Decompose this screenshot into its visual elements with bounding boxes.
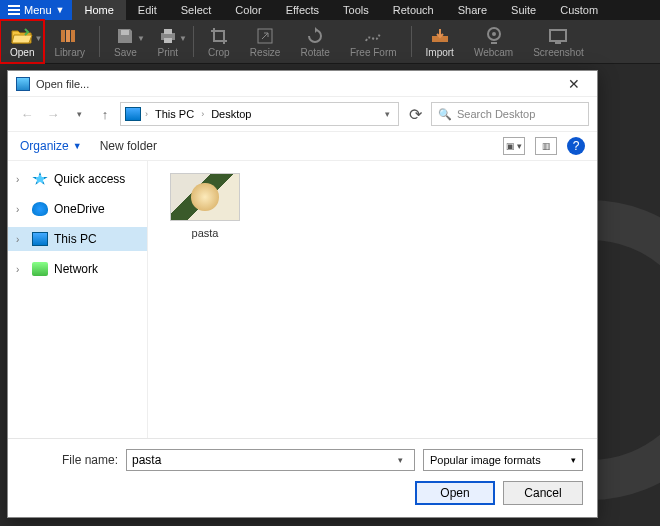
breadcrumb-thispc[interactable]: This PC <box>152 108 197 120</box>
nav-forward[interactable]: → <box>42 103 64 125</box>
ribbon-save[interactable]: Save ▼ <box>104 20 147 63</box>
cloud-icon <box>32 202 48 216</box>
filename-dropdown[interactable]: ▾ <box>391 455 409 465</box>
address-bar[interactable]: › This PC › Desktop ▾ <box>120 102 399 126</box>
library-icon <box>59 26 81 46</box>
file-item-pasta[interactable]: pasta <box>166 173 244 239</box>
open-button[interactable]: Open <box>415 481 495 505</box>
file-type-filter[interactable]: Popular image formats ▾ <box>423 449 583 471</box>
svg-rect-6 <box>164 38 172 43</box>
app-icon <box>16 77 30 91</box>
tab-home[interactable]: Home <box>72 0 125 20</box>
expand-icon[interactable]: › <box>16 204 26 215</box>
svg-rect-11 <box>550 30 566 41</box>
chevron-down-icon: ▼ <box>137 34 145 43</box>
chevron-right-icon: › <box>201 109 204 119</box>
organize-menu[interactable]: Organize ▼ <box>20 139 82 153</box>
nav-row: ← → ▾ ↑ › This PC › Desktop ▾ ⟳ 🔍 Search… <box>8 97 597 131</box>
ribbon-webcam[interactable]: Webcam <box>464 20 523 63</box>
close-button[interactable]: ✕ <box>559 76 589 92</box>
network-icon <box>32 262 48 276</box>
svg-point-10 <box>492 32 496 36</box>
print-icon <box>157 26 179 46</box>
svg-rect-5 <box>164 29 172 34</box>
file-label: pasta <box>192 227 219 239</box>
filename-input[interactable]: ▾ <box>126 449 415 471</box>
open-file-dialog: Open file... ✕ ← → ▾ ↑ › This PC › Deskt… <box>7 70 598 518</box>
filename-field[interactable] <box>132 453 391 467</box>
search-placeholder: Search Desktop <box>457 108 535 120</box>
chevron-down-icon: ▼ <box>35 34 43 43</box>
crop-icon <box>208 26 230 46</box>
ribbon-freeform[interactable]: Free Form <box>340 20 407 63</box>
tab-custom[interactable]: Custom <box>548 0 610 20</box>
ribbon-resize[interactable]: Resize <box>240 20 291 63</box>
tree-network[interactable]: › Network <box>8 257 147 281</box>
dialog-toolbar: Organize ▼ New folder ▣ ▾ ▥ ? <box>8 131 597 161</box>
chevron-down-icon: ▾ <box>571 455 576 465</box>
chevron-down-icon: ▼ <box>179 34 187 43</box>
svg-rect-1 <box>66 30 70 42</box>
help-button[interactable]: ? <box>567 137 585 155</box>
app-menubar: Menu ▼ Home Edit Select Color Effects To… <box>0 0 660 20</box>
ribbon-import[interactable]: Import <box>416 20 464 63</box>
new-folder-button[interactable]: New folder <box>100 139 157 153</box>
separator <box>193 26 194 57</box>
webcam-icon <box>483 26 505 46</box>
resize-icon <box>254 26 276 46</box>
ribbon-rotate[interactable]: Rotate <box>290 20 339 63</box>
expand-icon[interactable]: › <box>16 174 26 185</box>
ribbon-crop[interactable]: Crop <box>198 20 240 63</box>
ribbon-open[interactable]: Open ▼ <box>0 20 44 63</box>
search-input[interactable]: 🔍 Search Desktop <box>431 102 589 126</box>
separator <box>99 26 100 57</box>
tab-effects[interactable]: Effects <box>274 0 331 20</box>
nav-recent[interactable]: ▾ <box>68 103 90 125</box>
address-dropdown[interactable]: ▾ <box>381 109 394 119</box>
view-mode-button[interactable]: ▣ ▾ <box>503 137 525 155</box>
tab-edit[interactable]: Edit <box>126 0 169 20</box>
menu-button[interactable]: Menu ▼ <box>0 0 72 20</box>
tab-share[interactable]: Share <box>446 0 499 20</box>
separator <box>411 26 412 57</box>
preview-pane-button[interactable]: ▥ <box>535 137 557 155</box>
file-thumbnail <box>170 173 240 221</box>
tree-this-pc[interactable]: › This PC <box>8 227 147 251</box>
svg-rect-3 <box>121 30 129 35</box>
menu-button-label: Menu <box>24 4 52 16</box>
cancel-button[interactable]: Cancel <box>503 481 583 505</box>
tab-color[interactable]: Color <box>223 0 273 20</box>
dialog-titlebar: Open file... ✕ <box>8 71 597 97</box>
dialog-footer: File name: ▾ Popular image formats ▾ Ope… <box>8 438 597 517</box>
breadcrumb-desktop[interactable]: Desktop <box>208 108 254 120</box>
tab-suite[interactable]: Suite <box>499 0 548 20</box>
expand-icon[interactable]: › <box>16 234 26 245</box>
tab-retouch[interactable]: Retouch <box>381 0 446 20</box>
expand-icon[interactable]: › <box>16 264 26 275</box>
caret-down-icon: ▼ <box>56 5 65 15</box>
ribbon-print[interactable]: Print ▼ <box>147 20 189 63</box>
search-icon: 🔍 <box>438 108 452 121</box>
tree-onedrive[interactable]: › OneDrive <box>8 197 147 221</box>
save-icon <box>114 26 136 46</box>
svg-rect-12 <box>555 42 561 44</box>
ribbon-screenshot[interactable]: Screenshot <box>523 20 594 63</box>
ribbon-library[interactable]: Library <box>44 20 95 63</box>
refresh-button[interactable]: ⟳ <box>403 102 427 126</box>
hamburger-icon <box>8 5 20 15</box>
screenshot-icon <box>547 26 569 46</box>
file-list[interactable]: pasta <box>148 161 597 438</box>
tab-tools[interactable]: Tools <box>331 0 381 20</box>
nav-back[interactable]: ← <box>16 103 38 125</box>
folder-open-icon <box>11 26 33 46</box>
svg-rect-2 <box>71 30 75 42</box>
nav-tree: › Quick access › OneDrive › This PC › Ne… <box>8 161 148 438</box>
pc-icon <box>32 232 48 246</box>
rotate-icon <box>304 26 326 46</box>
chevron-right-icon: › <box>145 109 148 119</box>
dialog-body: › Quick access › OneDrive › This PC › Ne… <box>8 161 597 438</box>
svg-rect-0 <box>61 30 65 42</box>
tree-quick-access[interactable]: › Quick access <box>8 167 147 191</box>
nav-up[interactable]: ↑ <box>94 103 116 125</box>
tab-select[interactable]: Select <box>169 0 224 20</box>
